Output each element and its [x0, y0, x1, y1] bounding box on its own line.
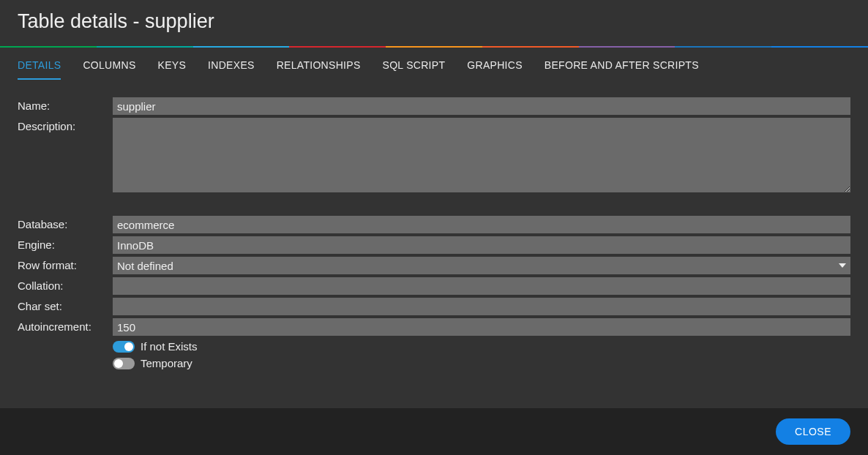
collation-input[interactable]: [113, 277, 850, 295]
tab-relationships[interactable]: RELATIONSHIPS: [277, 59, 361, 80]
dialog-header: Table details - supplier: [0, 0, 868, 46]
tab-details[interactable]: DETAILS: [18, 59, 61, 80]
char-set-input[interactable]: [113, 298, 850, 315]
temporary-toggle[interactable]: [113, 358, 135, 369]
row-format-select[interactable]: Not defined: [113, 257, 850, 274]
label-row-format: Row format:: [18, 257, 113, 271]
label-database: Database:: [18, 216, 113, 230]
table-details-dialog: Table details - supplier DETAILSCOLUMNSK…: [0, 0, 868, 455]
row-database: Database:: [18, 216, 850, 233]
tab-before-and-after-scripts[interactable]: BEFORE AND AFTER SCRIPTS: [545, 59, 699, 80]
row-char-set: Char set:: [18, 298, 850, 315]
dialog-title: Table details - supplier: [18, 10, 850, 33]
close-button[interactable]: CLOSE: [776, 418, 850, 445]
label-autoincrement: Autoincrement:: [18, 318, 113, 333]
details-panel: Name: Description: Database: Engine: Row…: [0, 80, 868, 408]
toggle-row-if-not-exists: If not Exists: [113, 340, 850, 353]
row-autoincrement: Autoincrement:: [18, 318, 850, 336]
if-not-exists-toggle[interactable]: [113, 341, 135, 353]
label-name: Name:: [18, 97, 113, 112]
tab-graphics[interactable]: GRAPHICS: [467, 59, 523, 80]
label-engine: Engine:: [18, 236, 113, 251]
name-input[interactable]: [113, 97, 850, 115]
tab-columns[interactable]: COLUMNS: [83, 59, 135, 80]
tab-sql-script[interactable]: SQL SCRIPT: [383, 59, 446, 80]
row-collation: Collation:: [18, 277, 850, 295]
row-description: Description:: [18, 118, 850, 192]
tabs-bar: DETAILSCOLUMNSKEYSINDEXESRELATIONSHIPSSQ…: [0, 48, 868, 80]
label-collation: Collation:: [18, 277, 113, 292]
description-textarea[interactable]: [113, 118, 850, 192]
database-input[interactable]: [113, 216, 850, 233]
label-description: Description:: [18, 118, 113, 132]
temporary-label: Temporary: [141, 357, 192, 369]
dialog-footer: CLOSE: [0, 408, 868, 455]
row-engine: Engine:: [18, 236, 850, 254]
if-not-exists-label: If not Exists: [141, 340, 198, 353]
toggle-row-temporary: Temporary: [113, 357, 850, 369]
tab-keys[interactable]: KEYS: [158, 59, 187, 80]
tab-indexes[interactable]: INDEXES: [208, 59, 255, 80]
row-name: Name:: [18, 97, 850, 115]
label-char-set: Char set:: [18, 298, 113, 312]
row-row-format: Row format: Not defined: [18, 257, 850, 274]
autoincrement-input[interactable]: [113, 318, 850, 336]
engine-input[interactable]: [113, 236, 850, 254]
